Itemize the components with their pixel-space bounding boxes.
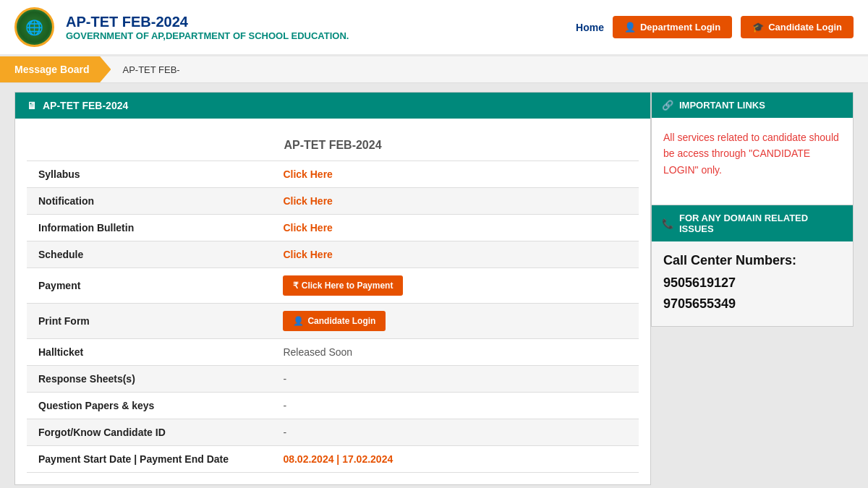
main-title: AP-TET FEB-2024 bbox=[66, 14, 564, 30]
important-links-body: All services related to candidate should… bbox=[652, 118, 853, 205]
row-value[interactable]: ₹ Click Here to Payment bbox=[271, 268, 639, 304]
important-links-section: IMPORTANT LINKS All services related to … bbox=[651, 92, 854, 205]
table-row: SyllabusClick Here bbox=[27, 161, 639, 188]
important-links-header: IMPORTANT LINKS bbox=[652, 93, 853, 118]
header-title: AP-TET FEB-2024 GOVERNMENT OF AP,DEPARTM… bbox=[66, 14, 564, 41]
table-row: ScheduleClick Here bbox=[27, 241, 639, 268]
left-panel: AP-TET FEB-2024 AP-TET FEB-2024 Syllabus… bbox=[14, 92, 651, 485]
row-label: Response Sheets(s) bbox=[27, 366, 271, 393]
click-here-link[interactable]: Click Here bbox=[283, 249, 332, 260]
row-value: Released Soon bbox=[271, 339, 639, 366]
content-table-wrapper: AP-TET FEB-2024 SyllabusClick HereNotifi… bbox=[15, 119, 650, 484]
call-center-title: Call Center Numbers: bbox=[663, 253, 841, 268]
row-value[interactable]: Click Here bbox=[271, 215, 639, 241]
row-value[interactable]: Click Here bbox=[271, 161, 639, 188]
click-here-link[interactable]: Click Here bbox=[283, 168, 332, 180]
row-label: Syllabus bbox=[27, 161, 271, 188]
left-panel-header: AP-TET FEB-2024 bbox=[15, 93, 650, 119]
sub-title: GOVERNMENT OF AP,DEPARTMENT OF SCHOOL ED… bbox=[66, 30, 564, 41]
link-icon bbox=[662, 100, 673, 111]
candidate-login-sm-button[interactable]: 👤Candidate Login bbox=[283, 311, 386, 331]
content-table: AP-TET FEB-2024 SyllabusClick HereNotifi… bbox=[27, 130, 639, 473]
monitor-icon bbox=[27, 100, 37, 111]
table-row: HallticketReleased Soon bbox=[27, 339, 639, 366]
call-center-number-2: 9705655349 bbox=[663, 294, 841, 314]
row-label: Schedule bbox=[27, 241, 271, 268]
table-row: Payment₹ Click Here to Payment bbox=[27, 268, 639, 304]
payment-button[interactable]: ₹ Click Here to Payment bbox=[283, 275, 403, 296]
row-label: Question Papers & keys bbox=[27, 393, 271, 419]
message-board-label: Message Board bbox=[0, 56, 111, 82]
table-row: Payment Start Date | Payment End Date08.… bbox=[27, 446, 639, 473]
table-row: Print Form👤Candidate Login bbox=[27, 304, 639, 339]
row-label: Information Bulletin bbox=[27, 215, 271, 241]
table-row: Question Papers & keys- bbox=[27, 393, 639, 419]
domain-issues-section: FOR ANY DOMAIN RELATED ISSUES Call Cente… bbox=[651, 205, 854, 327]
row-value: 08.02.2024 | 17.02.2024 bbox=[271, 446, 639, 473]
user-icon: 👤 bbox=[624, 22, 636, 33]
row-label: Print Form bbox=[27, 304, 271, 339]
candidate-login-button[interactable]: 🎓 Candidate Login bbox=[741, 16, 854, 38]
row-value: - bbox=[271, 366, 639, 393]
table-row: Forgot/Know Candidate ID- bbox=[27, 419, 639, 446]
header-nav: Home 👤 Department Login 🎓 Candidate Logi… bbox=[576, 16, 854, 38]
row-label: Forgot/Know Candidate ID bbox=[27, 419, 271, 446]
row-label: Payment Start Date | Payment End Date bbox=[27, 446, 271, 473]
dept-login-button[interactable]: 👤 Department Login bbox=[613, 16, 732, 38]
home-link[interactable]: Home bbox=[576, 22, 604, 33]
table-title: AP-TET FEB-2024 bbox=[27, 130, 639, 161]
table-row: NotificationClick Here bbox=[27, 188, 639, 215]
logo: 🌐 bbox=[14, 7, 54, 47]
row-value[interactable]: Click Here bbox=[271, 188, 639, 215]
message-board-text: AP-TET FEB- bbox=[111, 57, 191, 82]
main-content: AP-TET FEB-2024 AP-TET FEB-2024 Syllabus… bbox=[0, 83, 868, 488]
row-label: Notification bbox=[27, 188, 271, 215]
call-center-body: Call Center Numbers: 9505619127 97056553… bbox=[652, 241, 853, 326]
table-row: Response Sheets(s)- bbox=[27, 366, 639, 393]
row-value[interactable]: Click Here bbox=[271, 241, 639, 268]
row-label: Payment bbox=[27, 268, 271, 304]
phone-icon bbox=[662, 218, 673, 229]
graduation-icon: 🎓 bbox=[752, 22, 764, 33]
row-value: - bbox=[271, 393, 639, 419]
message-board-bar: Message Board AP-TET FEB- bbox=[0, 56, 868, 83]
click-here-link[interactable]: Click Here bbox=[283, 222, 332, 234]
table-row: Information BulletinClick Here bbox=[27, 215, 639, 241]
header: 🌐 AP-TET FEB-2024 GOVERNMENT OF AP,DEPAR… bbox=[0, 0, 868, 56]
domain-issues-header: FOR ANY DOMAIN RELATED ISSUES bbox=[652, 205, 853, 241]
row-label: Hallticket bbox=[27, 339, 271, 366]
click-here-link[interactable]: Click Here bbox=[283, 195, 332, 207]
row-value[interactable]: 👤Candidate Login bbox=[271, 304, 639, 339]
right-panel: IMPORTANT LINKS All services related to … bbox=[651, 92, 854, 485]
row-value: - bbox=[271, 419, 639, 446]
call-center-number-1: 9505619127 bbox=[663, 273, 841, 294]
